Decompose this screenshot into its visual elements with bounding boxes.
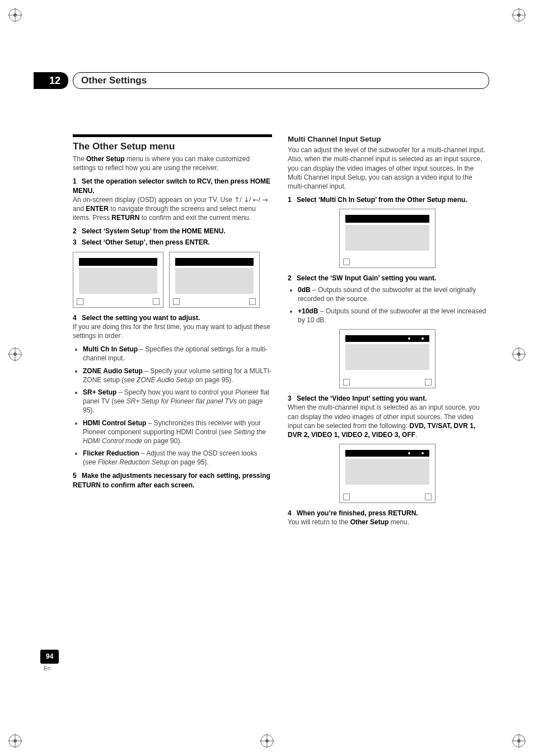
text: on page 90). xyxy=(142,437,182,445)
text: Flicker Reduction Setup xyxy=(98,458,169,466)
osd-corner-icon xyxy=(343,379,350,386)
text: An on-screen display (OSD) appears on yo… xyxy=(73,196,234,204)
osd-panel xyxy=(73,252,163,308)
text: / xyxy=(240,196,241,204)
step-label: Select ‘Multi Ch In Setup’ from the Othe… xyxy=(297,196,467,204)
osd-corner-icon xyxy=(425,494,432,500)
osd-corner-icon xyxy=(425,379,432,386)
registration-mark-icon xyxy=(512,347,526,361)
chapter-title: Other Settings xyxy=(73,72,489,90)
osd-panel xyxy=(339,444,435,503)
text: Other Setup xyxy=(350,518,389,526)
osd-corner-icon xyxy=(343,494,350,500)
text: ZONE Audio Setup xyxy=(137,376,194,384)
list-item: HDMI Control Setup – Synchronizes this r… xyxy=(83,419,272,446)
osd-corner-icon xyxy=(249,298,256,305)
subsection-heading: Multi Channel Input Setup xyxy=(288,134,487,144)
step-label: When you’re finished, press RETURN. xyxy=(297,509,418,517)
osd-panel xyxy=(339,329,435,388)
step-4-body: If you are doing this for the first time… xyxy=(73,322,272,340)
chapter-header: 12 Other Settings xyxy=(34,73,489,88)
list-item: Multi Ch In Setup – Specifies the option… xyxy=(83,345,272,363)
registration-mark-icon xyxy=(8,8,22,22)
step-1-body: An on-screen display (OSD) appears on yo… xyxy=(73,195,272,223)
sw-gain-list: 0dB – Outputs sound of the subwoofer at … xyxy=(298,285,487,325)
registration-mark-icon xyxy=(512,734,526,748)
section-heading: The Other Setup menu xyxy=(73,140,272,153)
text: on page 95). xyxy=(194,376,233,384)
page-number: 94 xyxy=(40,650,59,663)
intro-paragraph: You can adjust the level of the subwoofe… xyxy=(288,145,487,191)
text: Other Setup xyxy=(86,155,125,163)
list-item: SR+ Setup – Specify how you want to cont… xyxy=(83,388,272,415)
text: and xyxy=(73,205,86,213)
step-label: Make the adjustments necessary for each … xyxy=(73,472,270,489)
section-rule xyxy=(73,134,272,137)
step-label: Select ‘Other Setup’, then press ENTER. xyxy=(82,238,210,246)
list-item: 0dB – Outputs sound of the subwoofer at … xyxy=(298,285,487,303)
video-input-body: When the multi-channel input is selected… xyxy=(288,403,487,439)
step-2: 2Select ‘System Setup’ from the HOME MEN… xyxy=(73,227,272,236)
down-arrow-icon: ↓ xyxy=(243,195,249,204)
manual-page: 12 Other Settings The Other Setup menu T… xyxy=(0,0,534,756)
step-label: Select the ‘Video Input’ setting you wan… xyxy=(297,395,427,402)
osd-panel xyxy=(339,209,435,268)
text: Multi Ch In Setup xyxy=(83,345,138,353)
left-column: The Other Setup menu The Other Setup men… xyxy=(73,134,272,532)
osd-screens xyxy=(73,252,272,308)
osd-corner-icon xyxy=(173,298,180,305)
r-step-3: 3Select the ‘Video Input’ setting you wa… xyxy=(288,394,487,403)
r-step-1: 1Select ‘Multi Ch In Setup’ from the Oth… xyxy=(288,195,487,204)
text: You will return to the xyxy=(288,518,350,526)
text: SR+ Setup for Pioneer flat panel TVs xyxy=(127,397,237,405)
registration-mark-icon xyxy=(512,8,526,22)
r-step-4-body: You will return to the Other Setup menu. xyxy=(288,518,487,527)
osd-corner-icon xyxy=(343,259,350,265)
text: ENTER xyxy=(86,205,109,213)
osd-corner-icon xyxy=(153,298,160,305)
intro-paragraph: The Other Setup menu is where you can ma… xyxy=(73,154,272,172)
list-item: +10dB – Outputs sound of the subwoofer a… xyxy=(298,307,487,325)
text: +10dB xyxy=(298,307,318,315)
text: ZONE Audio Setup xyxy=(83,367,143,375)
text: 0dB xyxy=(298,286,311,294)
text: / xyxy=(249,196,251,204)
osd-panel xyxy=(169,252,260,308)
text: The xyxy=(73,155,86,163)
list-item: Flicker Reduction – Adjust the way the O… xyxy=(83,449,272,467)
r-step-4: 4When you’re finished, press RETURN. xyxy=(288,509,487,518)
step-4: 4Select the setting you want to adjust. xyxy=(73,313,272,322)
step-5: 5Make the adjustments necessary for each… xyxy=(73,471,272,489)
page-language: En xyxy=(40,665,59,673)
text: to confirm and exit the current menu. xyxy=(139,214,251,222)
page-footer: 94 En xyxy=(40,650,59,672)
step-label: Select the ‘SW Input Gain’ setting you w… xyxy=(297,274,436,282)
settings-list: Multi Ch In Setup – Specifies the option… xyxy=(83,345,272,467)
right-column: Multi Channel Input Setup You can adjust… xyxy=(288,134,487,532)
text: SR+ Setup xyxy=(83,388,116,396)
right-arrow-icon: → xyxy=(262,195,268,204)
up-arrow-icon: ↑ xyxy=(234,195,240,204)
osd-corner-icon xyxy=(77,298,83,305)
text: on page 95). xyxy=(169,458,209,466)
step-label: Set the operation selector switch to RCV… xyxy=(73,177,270,194)
list-item: ZONE Audio Setup – Specify your volume s… xyxy=(83,367,272,384)
text: HDMI Control Setup xyxy=(83,419,146,427)
text: / xyxy=(259,196,260,204)
step-1: 1Set the operation selector switch to RC… xyxy=(73,177,272,195)
text: RETURN xyxy=(111,214,139,222)
r-step-2: 2Select the ‘SW Input Gain’ setting you … xyxy=(288,274,487,283)
step-3: 3Select ‘Other Setup’, then press ENTER. xyxy=(73,238,272,247)
registration-mark-icon xyxy=(8,347,22,361)
text: – Outputs sound of the subwoofer at the … xyxy=(298,286,476,303)
text: menu. xyxy=(388,518,409,526)
registration-mark-icon xyxy=(8,734,22,748)
left-arrow-icon: ← xyxy=(253,195,259,204)
step-label: Select ‘System Setup’ from the HOME MENU… xyxy=(82,227,226,235)
step-label: Select the setting you want to adjust. xyxy=(82,314,200,322)
text: – Outputs sound of the subwoofer at the … xyxy=(298,307,486,324)
text: Flicker Reduction xyxy=(83,449,139,457)
text: . xyxy=(415,431,417,439)
registration-mark-icon xyxy=(260,734,274,748)
chapter-number: 12 xyxy=(34,72,68,89)
